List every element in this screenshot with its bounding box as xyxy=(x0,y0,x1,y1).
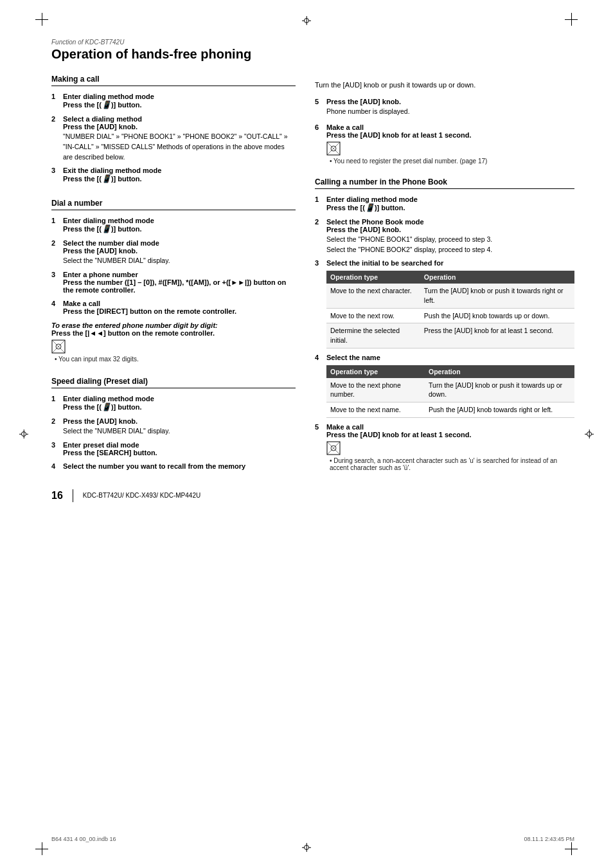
step-1-making: 1 Enter dialing method mode Press the [(… xyxy=(51,93,296,111)
step-body: Press the [SEARCH] button. xyxy=(63,449,296,457)
step-detail-1: Select the "PHONE BOOK1" display, procee… xyxy=(326,235,574,245)
step-header: Enter preset dial mode xyxy=(63,441,296,449)
step-3-speed: 3 Enter preset dial mode Press the [SEAR… xyxy=(51,441,296,458)
table-row: Move to the next character. Turn the [AU… xyxy=(326,284,574,308)
table-cell: Push the [AUD] knob towards right or lef… xyxy=(425,402,574,418)
crosshair-left xyxy=(19,429,28,439)
note-icon-speed xyxy=(326,141,574,156)
step-2-dial: 2 Select the number dial mode Press the … xyxy=(51,239,296,266)
table-row: Move to the next name. Push the [AUD] kn… xyxy=(326,402,574,418)
step-header: Enter a phone number xyxy=(63,271,296,278)
note-icon-dial xyxy=(51,339,296,354)
step-detail: Select the "NUMBER DIAL" display. xyxy=(63,426,296,437)
step-header: Select a dialing method xyxy=(63,115,296,123)
step-5-pb: 5 Make a call Press the [AUD] knob for a… xyxy=(315,423,574,471)
step-body: Press the [AUD] knob. xyxy=(63,417,296,425)
step-3-making: 3 Exit the dialing method mode Press the… xyxy=(51,167,296,185)
table-row: Determine the selected initial. Press th… xyxy=(326,323,574,348)
step-header: Select the name xyxy=(326,354,574,361)
step-3-dial: 3 Enter a phone number Press the number … xyxy=(51,271,296,295)
step-num: 1 xyxy=(315,195,324,213)
table-cell: Turn the [AUD] knob or push it towards r… xyxy=(420,284,574,308)
step-1-dial: 1 Enter dialing method mode Press the [(… xyxy=(51,217,296,235)
print-info-right: 08.11.1 2:43:45 PM xyxy=(524,836,574,842)
page-title: Operation of hands-free phoning xyxy=(51,47,574,62)
step-num: 3 xyxy=(51,441,60,458)
step-body: Press the [AUD] knob. xyxy=(63,123,296,131)
erase-note-text: You can input max 32 digits. xyxy=(55,356,296,363)
table-step4: Operation type Operation Move to the nex… xyxy=(326,365,574,418)
col-header-op: Operation xyxy=(420,271,574,284)
erase-label: To erase the entered phone number digit … xyxy=(51,321,296,329)
step-num: 1 xyxy=(51,395,60,413)
step-6-speed: 6 Make a call Press the [AUD] knob for a… xyxy=(315,123,574,165)
step-body: Press the [(📱)] button. xyxy=(63,100,296,109)
step-4-pb: 4 Select the name Operation type Operati… xyxy=(315,354,574,418)
section-title-phone-book: Calling a number in the Phone Book xyxy=(315,177,574,189)
function-label: Function of KDC-BT742U xyxy=(51,39,574,46)
step-body: Press the [AUD] knob for at least 1 seco… xyxy=(326,131,574,139)
col-header-type: Operation type xyxy=(326,271,420,284)
step-body: Press the [AUD] knob. xyxy=(326,98,574,105)
aud-knob-instruction: Turn the [AUD] knob or push it towards u… xyxy=(315,81,574,89)
step-num: 4 xyxy=(51,462,60,470)
step-num: 2 xyxy=(51,115,60,162)
step-header: Make a call xyxy=(326,423,574,431)
step-header: Make a call xyxy=(326,123,574,131)
section-phone-book: Calling a number in the Phone Book 1 Ent… xyxy=(315,177,574,471)
step-1-pb: 1 Enter dialing method mode Press the [(… xyxy=(315,195,574,213)
step-header: Select the number you want to recall fro… xyxy=(63,462,296,470)
step-header: Enter dialing method mode xyxy=(326,195,574,203)
step-2-making: 2 Select a dialing method Press the [AUD… xyxy=(51,115,296,162)
step-num: 5 xyxy=(315,98,324,117)
pb-note: During search, a non-accent character su… xyxy=(330,457,574,471)
step-detail-2: Select the "PHONE BOOK2" display, procee… xyxy=(326,245,574,255)
footer-separator xyxy=(73,489,73,502)
table-cell: Turn the [AUD] knob or push it towards u… xyxy=(425,378,574,402)
crosshair-right xyxy=(585,429,594,439)
step-body: Press the [(📱)] button. xyxy=(326,203,574,212)
table-step3: Operation type Operation Move to the nex… xyxy=(326,271,574,348)
step-num: 4 xyxy=(315,354,324,418)
step-num: 1 xyxy=(51,217,60,235)
section-title-making-a-call: Making a call xyxy=(51,75,296,86)
step-body: Press the [AUD] knob. xyxy=(63,247,296,255)
step-num: 3 xyxy=(315,259,324,348)
table-cell: Determine the selected initial. xyxy=(326,323,420,348)
section-title-dial: Dial a number xyxy=(51,199,296,210)
preset-note: You need to register the preset dial num… xyxy=(330,158,574,165)
step-header: Enter dialing method mode xyxy=(63,217,296,224)
step-num: 3 xyxy=(51,167,60,185)
step-num: 2 xyxy=(51,417,60,437)
step-header: Enter dialing method mode xyxy=(63,93,296,100)
step-num: 1 xyxy=(51,93,60,111)
section-title-speed: Speed dialing (Preset dial) xyxy=(51,377,296,388)
crop-mark-tr-v xyxy=(571,13,572,26)
step-header: Select the Phone Book mode xyxy=(326,218,574,226)
step-body: Press the [AUD] knob for at least 1 seco… xyxy=(326,431,574,439)
step-body: Press the [(📱)] button. xyxy=(63,224,296,233)
step-3-pb: 3 Select the initial to be searched for … xyxy=(315,259,574,348)
section-dial-a-number: Dial a number 1 Enter dialing method mod… xyxy=(51,199,296,363)
note-icon-pb xyxy=(326,441,574,455)
step-num: 6 xyxy=(315,123,324,165)
step-5-speed: 5 Press the [AUD] knob. Phone number is … xyxy=(315,98,574,117)
step-2-speed: 2 Press the [AUD] knob. Select the "NUMB… xyxy=(51,417,296,437)
table-cell: Move to the next character. xyxy=(326,284,420,308)
col-header-op: Operation xyxy=(425,365,574,378)
table-cell: Move to the next row. xyxy=(326,308,420,323)
step-num: 5 xyxy=(315,423,324,471)
table-cell: Move to the next phone number. xyxy=(326,378,425,402)
step-header: Enter dialing method mode xyxy=(63,395,296,402)
erase-body: Press the [|◄◄] button on the remote con… xyxy=(51,329,296,337)
table-row: Move to the next phone number. Turn the … xyxy=(326,378,574,402)
step-body: Press the [AUD] knob. xyxy=(326,226,574,233)
step-body: Press the [(📱)] button. xyxy=(63,174,296,183)
step-body: Press the [(📱)] button. xyxy=(63,402,296,411)
crop-mark-br-h xyxy=(565,849,578,849)
step-detail: "NUMBER DIAL" » "PHONE BOOK1" » "PHONE B… xyxy=(63,132,296,162)
crosshair-top xyxy=(302,16,311,25)
page-footer: 16 KDC-BT742U/ KDC-X493/ KDC-MP442U xyxy=(51,489,296,502)
crop-mark-tr-h xyxy=(565,19,578,20)
step-header: Select the number dial mode xyxy=(63,239,296,247)
